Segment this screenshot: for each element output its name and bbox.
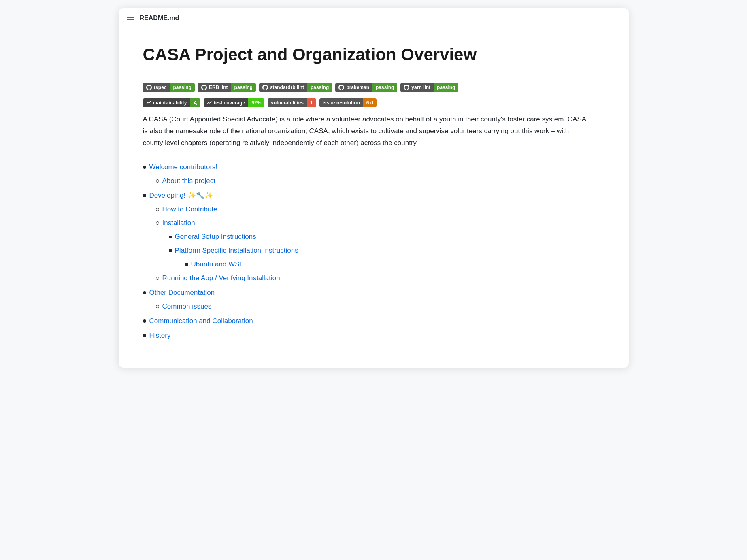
bullet-icon bbox=[143, 334, 146, 337]
toc-link-contribute[interactable]: How to Contribute bbox=[162, 202, 217, 216]
toc-sub-installation: General Setup Instructions Platform Spec… bbox=[169, 230, 604, 271]
toc-item-developing: Developing! ✨🔧✨ How to Contribute Instal… bbox=[143, 189, 604, 285]
svg-rect-1 bbox=[127, 17, 134, 18]
badge-issue-resolution: issue resolution 6 d bbox=[319, 98, 377, 107]
toc-sub-welcome: About this project bbox=[156, 174, 604, 188]
toc-item-ubuntu: Ubuntu and WSL bbox=[185, 258, 604, 271]
title-divider bbox=[143, 73, 604, 73]
main-window: README.md CASA Project and Organization … bbox=[119, 8, 629, 368]
toc-item-welcome: Welcome contributors! About this project bbox=[143, 160, 604, 188]
toc-link-common-issues[interactable]: Common issues bbox=[162, 300, 212, 313]
bullet-square-icon bbox=[169, 249, 172, 252]
bullet-open-icon bbox=[156, 208, 159, 211]
table-of-contents: Welcome contributors! About this project… bbox=[143, 160, 604, 343]
badge-standardrb: standardrb lint passing bbox=[259, 83, 332, 92]
badge-brakeman: brakeman passing bbox=[335, 83, 397, 92]
bullet-square-icon bbox=[169, 236, 172, 238]
bullet-icon bbox=[143, 319, 146, 323]
svg-rect-0 bbox=[127, 15, 134, 15]
page-title: CASA Project and Organization Overview bbox=[143, 45, 604, 65]
toc-item-history: History bbox=[143, 329, 604, 343]
toc-item-common-issues: Common issues bbox=[156, 300, 604, 313]
toc-link-platform-specific[interactable]: Platform Specific Installation Instructi… bbox=[175, 244, 298, 258]
toc-item-contribute: How to Contribute bbox=[156, 202, 604, 216]
toc-link-installation[interactable]: Installation bbox=[162, 216, 195, 230]
hamburger-icon[interactable] bbox=[127, 14, 134, 22]
project-description: A CASA (Court Appointed Special Advocate… bbox=[143, 114, 588, 149]
toc-sub-other-docs: Common issues bbox=[156, 300, 604, 313]
badges-row-1: rspec passing ERB lint passing standardr… bbox=[143, 83, 604, 92]
badge-rspec: rspec passing bbox=[143, 83, 195, 92]
toc-link-history[interactable]: History bbox=[149, 329, 171, 343]
toc-item-platform-specific: Platform Specific Installation Instructi… bbox=[169, 244, 604, 271]
badge-vulnerabilities: vulnerabilities 1 bbox=[268, 98, 316, 107]
bullet-icon bbox=[143, 166, 146, 169]
toc-item-about: About this project bbox=[156, 174, 604, 188]
bullet-icon bbox=[143, 291, 146, 294]
toc-link-about[interactable]: About this project bbox=[162, 174, 215, 188]
toc-link-other-docs[interactable]: Other Documentation bbox=[149, 286, 215, 300]
file-title: README.md bbox=[140, 15, 179, 22]
bullet-open-icon bbox=[156, 179, 159, 183]
toc-item-other-docs: Other Documentation Common issues bbox=[143, 286, 604, 313]
badge-erb-lint: ERB lint passing bbox=[198, 83, 256, 92]
toc-link-ubuntu[interactable]: Ubuntu and WSL bbox=[191, 258, 243, 271]
toc-sub-platform: Ubuntu and WSL bbox=[185, 258, 604, 271]
badges-row-2: maintainability A test coverage 92% vuln… bbox=[143, 98, 604, 107]
bullet-open-icon bbox=[156, 305, 159, 308]
badge-maintainability: maintainability A bbox=[143, 98, 200, 107]
bullet-open-icon bbox=[156, 221, 159, 225]
badge-yarn-lint: yarn lint passing bbox=[400, 83, 458, 92]
toc-sub-developing: How to Contribute Installation bbox=[156, 202, 604, 285]
title-bar: README.md bbox=[119, 8, 629, 28]
bullet-icon bbox=[143, 194, 146, 197]
bullet-square-icon bbox=[185, 263, 188, 266]
badge-test-coverage: test coverage 92% bbox=[204, 98, 264, 107]
toc-item-installation: Installation General Setup Instructions bbox=[156, 216, 604, 271]
bullet-open-icon bbox=[156, 277, 159, 280]
toc-item-running: Running the App / Verifying Installation bbox=[156, 271, 604, 285]
toc-item-communication: Communication and Collaboration bbox=[143, 314, 604, 328]
toc-link-general-setup[interactable]: General Setup Instructions bbox=[175, 230, 256, 244]
toc-link-running[interactable]: Running the App / Verifying Installation bbox=[162, 271, 280, 285]
toc-link-communication[interactable]: Communication and Collaboration bbox=[149, 314, 253, 328]
toc-link-developing[interactable]: Developing! ✨🔧✨ bbox=[149, 189, 213, 202]
content-area: CASA Project and Organization Overview r… bbox=[119, 28, 629, 368]
svg-rect-2 bbox=[127, 19, 134, 20]
toc-item-general-setup: General Setup Instructions bbox=[169, 230, 604, 244]
toc-link-welcome[interactable]: Welcome contributors! bbox=[149, 160, 218, 174]
